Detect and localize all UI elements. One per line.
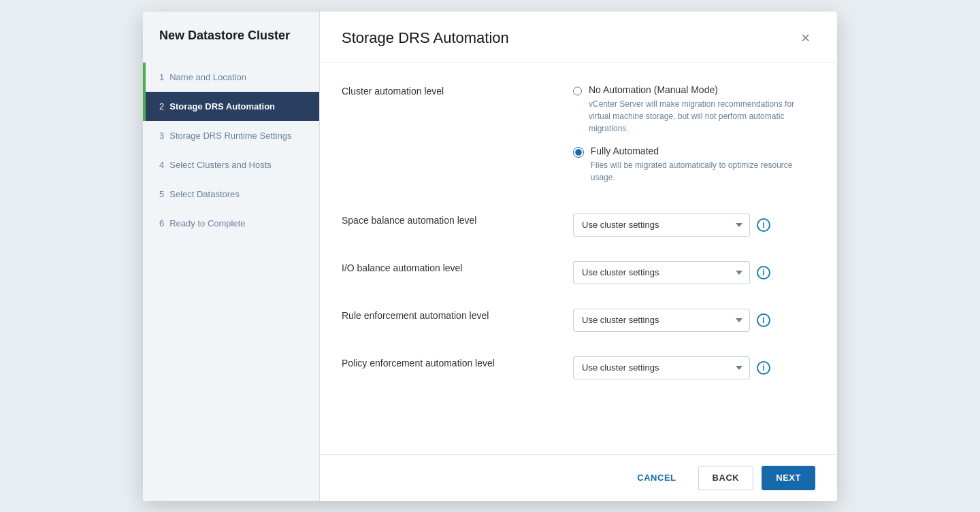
step-label-3: Storage DRS Runtime Settings	[169, 131, 291, 141]
radio-no-automation-label: No Automation (Manual Mode)	[589, 84, 815, 95]
sidebar-step-3[interactable]: 3 Storage DRS Runtime Settings	[143, 121, 319, 150]
io-balance-info-icon[interactable]: i	[757, 266, 770, 279]
policy-enforcement-control: Use cluster settings Manual Fully Automa…	[573, 356, 815, 379]
close-button[interactable]: ×	[796, 28, 815, 48]
rule-enforcement-label: Rule enforcement automation level	[342, 309, 573, 321]
step-label-1: Name and Location	[169, 72, 246, 82]
step-indicator-4	[143, 150, 146, 180]
space-balance-row: Space balance automation level Use clust…	[342, 214, 815, 237]
policy-enforcement-row: Policy enforcement automation level Use …	[342, 356, 815, 379]
io-balance-select-group: Use cluster settings Manual Fully Automa…	[573, 261, 815, 284]
radio-fully-automated[interactable]	[573, 147, 584, 158]
sidebar-step-6[interactable]: 6 Ready to Complete	[143, 209, 319, 238]
step-number-2: 2	[159, 101, 164, 112]
radio-fully-automated-desc: Files will be migrated automatically to …	[591, 159, 815, 184]
step-number-5: 5	[159, 189, 164, 199]
main-footer: CANCEL BACK NEXT	[320, 454, 837, 501]
rule-enforcement-row: Rule enforcement automation level Use cl…	[342, 309, 815, 332]
radio-fully-automated-label: Fully Automated	[591, 146, 815, 156]
cluster-automation-row: Cluster automation level No Automation (…	[342, 84, 815, 189]
step-indicator-3	[143, 121, 146, 150]
space-balance-info-icon[interactable]: i	[757, 218, 770, 232]
main-body: Cluster automation level No Automation (…	[320, 63, 837, 454]
sidebar-step-2[interactable]: 2 Storage DRS Automation	[143, 92, 319, 121]
sidebar-title: New Datastore Cluster	[143, 28, 319, 63]
io-balance-control: Use cluster settings Manual Fully Automa…	[573, 261, 815, 284]
sidebar: New Datastore Cluster 1 Name and Locatio…	[143, 12, 320, 501]
radio-no-automation-option: No Automation (Manual Mode) vCenter Serv…	[573, 84, 815, 135]
rule-enforcement-select[interactable]: Use cluster settings Manual Fully Automa…	[573, 309, 750, 332]
io-balance-label: I/O balance automation level	[342, 261, 573, 273]
rule-enforcement-control: Use cluster settings Manual Fully Automa…	[573, 309, 815, 332]
step-indicator-5	[143, 180, 146, 209]
back-button[interactable]: BACK	[698, 466, 754, 490]
step-number-3: 3	[159, 131, 164, 141]
step-indicator-2	[143, 92, 146, 121]
steps-list: 1 Name and Location 2 Storage DRS Automa…	[143, 63, 319, 238]
sidebar-step-1[interactable]: 1 Name and Location	[143, 63, 319, 92]
next-button[interactable]: NEXT	[762, 466, 815, 490]
main-panel: Storage DRS Automation × Cluster automat…	[320, 12, 837, 501]
io-balance-select[interactable]: Use cluster settings Manual Fully Automa…	[573, 261, 750, 284]
cluster-automation-label: Cluster automation level	[342, 84, 573, 97]
space-balance-select-group: Use cluster settings Manual Fully Automa…	[573, 214, 815, 237]
step-number-1: 1	[159, 72, 164, 82]
rule-enforcement-info-icon[interactable]: i	[757, 313, 770, 327]
space-balance-label: Space balance automation level	[342, 214, 573, 226]
step-label-6: Ready to Complete	[169, 218, 245, 228]
step-indicator-1	[143, 63, 146, 92]
step-label-2: Storage DRS Automation	[169, 101, 275, 112]
step-label-5: Select Datastores	[169, 189, 240, 199]
new-datastore-cluster-dialog: New Datastore Cluster 1 Name and Locatio…	[143, 12, 837, 501]
cluster-automation-control: No Automation (Manual Mode) vCenter Serv…	[573, 84, 815, 189]
radio-no-automation-desc: vCenter Server will make migration recom…	[589, 98, 815, 135]
policy-enforcement-select-group: Use cluster settings Manual Fully Automa…	[573, 356, 815, 379]
cancel-button[interactable]: CANCEL	[623, 466, 689, 490]
space-balance-control: Use cluster settings Manual Fully Automa…	[573, 214, 815, 237]
space-balance-select[interactable]: Use cluster settings Manual Fully Automa…	[573, 214, 750, 237]
step-indicator-6	[143, 209, 146, 238]
step-label-4: Select Clusters and Hosts	[169, 160, 272, 170]
step-number-6: 6	[159, 218, 164, 228]
radio-no-automation[interactable]	[573, 86, 582, 97]
io-balance-row: I/O balance automation level Use cluster…	[342, 261, 815, 284]
sidebar-step-5[interactable]: 5 Select Datastores	[143, 180, 319, 209]
policy-enforcement-select[interactable]: Use cluster settings Manual Fully Automa…	[573, 356, 750, 379]
page-title: Storage DRS Automation	[342, 29, 509, 47]
radio-fully-automated-option: Fully Automated Files will be migrated a…	[573, 146, 815, 184]
step-number-4: 4	[159, 160, 164, 170]
main-header: Storage DRS Automation ×	[320, 12, 837, 63]
sidebar-step-4[interactable]: 4 Select Clusters and Hosts	[143, 150, 319, 180]
policy-enforcement-label: Policy enforcement automation level	[342, 356, 573, 369]
rule-enforcement-select-group: Use cluster settings Manual Fully Automa…	[573, 309, 815, 332]
policy-enforcement-info-icon[interactable]: i	[757, 361, 770, 375]
